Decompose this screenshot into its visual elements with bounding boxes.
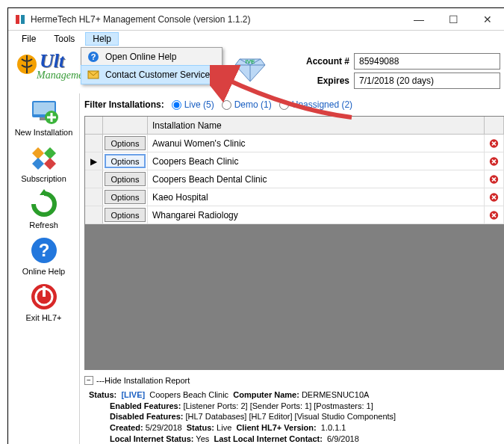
- row-selector[interactable]: [85, 135, 103, 152]
- filter-row: Filter Installations: Live (5) Demo (1) …: [84, 96, 504, 113]
- options-button[interactable]: Options: [105, 154, 146, 168]
- sidebar-item-label: New Installation: [11, 128, 77, 137]
- delete-icon[interactable]: [489, 191, 499, 203]
- sidebar-item-label: Subscription: [11, 174, 77, 183]
- report-toggle-label: ---Hide Installation Report: [96, 376, 190, 385]
- table-row[interactable]: OptionsCoopers Beach Dental Clinic: [85, 170, 504, 188]
- table-row[interactable]: OptionsAwanui Women's Clinic: [85, 135, 504, 152]
- caduceus-icon: [16, 53, 38, 75]
- new-installation-icon: [29, 96, 59, 126]
- menu-contact-customer-service[interactable]: Contact Customer Service: [81, 65, 223, 84]
- row-delete-cell: [485, 135, 504, 152]
- sidebar-item-label: Exit HL7+: [11, 313, 77, 322]
- menu-open-online-help[interactable]: ? Open Online Help: [81, 48, 222, 66]
- close-button[interactable]: ✕: [470, 9, 504, 30]
- sidebar-exit[interactable]: Exit HL7+: [11, 282, 77, 322]
- menu-file[interactable]: File: [14, 32, 43, 46]
- row-options-cell: Options: [103, 206, 148, 223]
- grid-header-name[interactable]: Installation Name: [148, 117, 485, 135]
- menu-item-label: Open Online Help: [105, 52, 176, 62]
- sidebar: New Installation Subscription Refresh ? …: [8, 93, 80, 444]
- menu-help[interactable]: Help: [85, 32, 119, 46]
- delete-icon[interactable]: [489, 209, 499, 221]
- diamond-icon: IVE: [234, 52, 267, 84]
- help-icon: ?: [29, 235, 59, 265]
- row-options-cell: Options: [103, 188, 148, 206]
- filter-live[interactable]: Live (5): [172, 99, 214, 110]
- options-button[interactable]: Options: [105, 190, 146, 204]
- row-delete-cell: [485, 188, 504, 206]
- installations-grid: Installation Name OptionsAwanui Women's …: [84, 116, 504, 370]
- row-options-cell: Options: [103, 170, 148, 188]
- svg-text:?: ?: [91, 52, 96, 61]
- filter-demo-radio[interactable]: [222, 100, 231, 110]
- delete-icon[interactable]: [489, 138, 499, 149]
- grid-empty-area: [85, 224, 504, 369]
- filter-unassigned[interactable]: Unassigned (2): [279, 99, 352, 110]
- row-name: Awanui Women's Clinic: [148, 135, 485, 152]
- help-icon: ?: [87, 51, 99, 63]
- titlebar: HermeTech HL7+ Management Console (versi…: [8, 8, 504, 31]
- delete-icon[interactable]: [489, 155, 499, 167]
- row-delete-cell: [485, 206, 504, 223]
- power-icon: [29, 282, 59, 312]
- account-field[interactable]: [354, 53, 500, 70]
- grid-header-delete: [485, 117, 504, 135]
- installation-report: Status: [LIVE] Coopers Beach Clinic Comp…: [84, 388, 504, 444]
- menu-item-label: Contact Customer Service: [105, 70, 210, 80]
- row-selector[interactable]: [85, 188, 103, 206]
- expires-field[interactable]: [354, 73, 500, 89]
- options-button[interactable]: Options: [105, 208, 146, 222]
- svg-rect-2: [21, 15, 25, 24]
- refresh-icon: [29, 189, 59, 219]
- sidebar-item-label: Online Help: [11, 267, 77, 276]
- report-toggle[interactable]: − ---Hide Installation Report: [84, 373, 504, 388]
- row-options-cell: Options: [103, 152, 148, 170]
- row-selector[interactable]: ▶: [85, 152, 103, 170]
- sidebar-item-label: Refresh: [11, 221, 77, 229]
- help-dropdown: ? Open Online Help Contact Customer Serv…: [81, 47, 223, 84]
- svg-text:?: ?: [38, 240, 49, 260]
- sidebar-online-help[interactable]: ? Online Help: [11, 235, 77, 276]
- row-delete-cell: [485, 170, 504, 188]
- sidebar-new-installation[interactable]: New Installation: [11, 96, 77, 137]
- options-button[interactable]: Options: [105, 136, 146, 150]
- mail-icon: [87, 69, 99, 81]
- expires-label: Expires: [296, 75, 349, 86]
- subscription-icon: [29, 143, 59, 173]
- maximize-button[interactable]: ☐: [436, 9, 470, 30]
- svg-rect-1: [16, 15, 19, 24]
- filter-unassigned-radio[interactable]: [279, 100, 289, 110]
- app-icon: [14, 13, 26, 25]
- table-row[interactable]: ▶OptionsCoopers Beach Clinic: [85, 152, 504, 170]
- row-options-cell: Options: [103, 135, 148, 152]
- sidebar-refresh[interactable]: Refresh: [11, 189, 77, 229]
- row-delete-cell: [485, 152, 504, 170]
- svg-rect-17: [43, 286, 46, 297]
- menubar: File Tools Help: [8, 31, 504, 47]
- filter-live-radio[interactable]: [172, 100, 181, 110]
- filter-demo[interactable]: Demo (1): [222, 99, 272, 110]
- account-label: Account #: [296, 56, 349, 67]
- grid-header-options: [103, 117, 148, 135]
- options-button[interactable]: Options: [105, 172, 146, 186]
- row-name: Whangarei Radiology: [148, 206, 485, 223]
- filter-label: Filter Installations:: [84, 99, 164, 110]
- row-selector[interactable]: [85, 170, 103, 188]
- row-name: Coopers Beach Clinic: [148, 152, 485, 170]
- row-name: Coopers Beach Dental Clinic: [148, 170, 485, 188]
- minimize-button[interactable]: —: [402, 9, 436, 30]
- svg-text:IVE: IVE: [246, 58, 256, 65]
- menu-tools[interactable]: Tools: [46, 32, 82, 46]
- table-row[interactable]: OptionsWhangarei Radiology: [85, 206, 504, 224]
- collapse-icon: −: [84, 376, 93, 385]
- row-name: Kaeo Hospital: [148, 188, 485, 206]
- grid-header-selector: [85, 117, 103, 135]
- sidebar-subscription[interactable]: Subscription: [11, 143, 77, 183]
- window-title: HermeTech HL7+ Management Console (versi…: [31, 14, 402, 25]
- delete-icon[interactable]: [489, 173, 499, 185]
- table-row[interactable]: OptionsKaeo Hospital: [85, 188, 504, 206]
- row-selector[interactable]: [85, 206, 103, 223]
